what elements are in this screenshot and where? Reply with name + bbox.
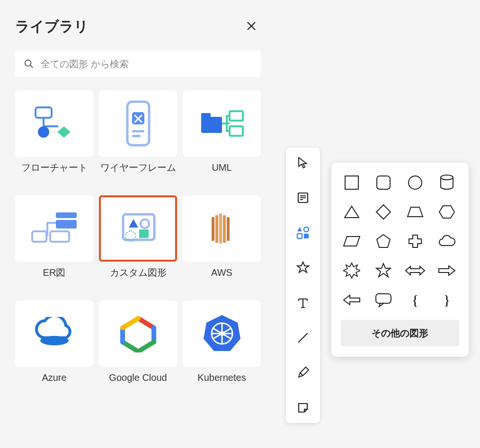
star-shape-icon [375, 263, 391, 279]
star-tool[interactable] [293, 258, 312, 277]
shapes-flyout: { } その他の図形 [331, 163, 469, 357]
svg-rect-49 [376, 294, 391, 303]
shapes-tool[interactable] [293, 223, 312, 242]
shape-brace-close[interactable]: } [436, 290, 458, 309]
shape-cross[interactable] [404, 232, 426, 251]
library-item-aws[interactable]: AWS [183, 195, 261, 292]
shape-triangle[interactable] [341, 202, 363, 221]
cylinder-icon [439, 174, 455, 192]
select-tool[interactable] [293, 153, 312, 172]
library-item-label: フローチャート [15, 161, 93, 187]
library-item-wireframe[interactable]: ワイヤーフレーム [99, 90, 177, 187]
brace-close-icon: } [444, 292, 450, 308]
svg-marker-41 [345, 206, 359, 218]
hexagon-icon [438, 204, 455, 220]
svg-marker-36 [297, 262, 309, 272]
svg-point-18 [141, 220, 149, 228]
flowchart-icon [15, 90, 93, 157]
square-icon [344, 175, 360, 191]
shape-double-arrow[interactable] [404, 261, 426, 280]
library-item-label: Kubernetes [183, 371, 261, 397]
shape-parallelogram[interactable] [341, 232, 363, 251]
azure-icon [15, 300, 93, 367]
shape-diamond[interactable] [373, 202, 394, 221]
svg-marker-45 [344, 237, 360, 246]
library-title: ライブラリ [15, 17, 89, 36]
shape-arrow-left[interactable] [341, 290, 363, 309]
svg-rect-8 [201, 117, 222, 133]
diamond-icon [375, 203, 392, 220]
library-item-label: カスタム図形 [99, 266, 177, 292]
svg-rect-23 [219, 213, 222, 244]
svg-rect-37 [345, 176, 358, 189]
library-grid: フローチャート ワイヤーフレーム [15, 90, 260, 397]
svg-rect-24 [223, 215, 226, 243]
svg-marker-17 [129, 219, 138, 228]
pencil-tool[interactable] [293, 363, 312, 382]
library-header: ライブラリ [15, 17, 260, 36]
pentagon-icon [375, 233, 391, 249]
library-item-flowchart[interactable]: フローチャート [15, 90, 93, 187]
svg-rect-7 [132, 135, 141, 137]
wireframe-icon [99, 90, 177, 157]
shape-arrow-right[interactable] [436, 261, 458, 280]
kubernetes-icon [183, 300, 261, 367]
rounded-square-icon [375, 175, 391, 191]
shape-trapezoid[interactable] [404, 202, 426, 221]
burst-icon [343, 262, 360, 279]
search-box[interactable] [15, 51, 260, 77]
triangle-icon [343, 204, 360, 220]
line-icon [296, 331, 310, 344]
more-shapes-button[interactable]: その他の図形 [341, 320, 459, 346]
shapes-icon [296, 226, 310, 240]
library-item-custom-shapes[interactable]: カスタム図形 [99, 195, 177, 292]
svg-rect-15 [50, 231, 69, 242]
library-item-gcp[interactable]: Google Cloud [99, 300, 177, 397]
shape-burst[interactable] [341, 261, 363, 280]
shape-cylinder[interactable] [436, 173, 458, 192]
shape-hexagon[interactable] [436, 202, 458, 221]
svg-marker-48 [376, 264, 391, 277]
shape-cloud[interactable] [436, 232, 458, 251]
shape-pentagon[interactable] [373, 232, 394, 251]
svg-rect-1 [36, 107, 52, 118]
trapezoid-icon [406, 205, 424, 219]
svg-rect-13 [56, 220, 77, 228]
tool-strip [286, 148, 320, 423]
svg-rect-21 [212, 217, 214, 241]
parallelogram-icon [342, 235, 361, 248]
line-tool[interactable] [293, 328, 312, 347]
library-item-azure[interactable]: Azure [15, 300, 93, 397]
library-item-kubernetes[interactable]: Kubernetes [183, 300, 261, 397]
star-icon [296, 261, 310, 275]
svg-point-2 [38, 126, 49, 138]
search-input[interactable] [41, 59, 252, 70]
svg-marker-42 [376, 205, 391, 219]
google-cloud-icon [99, 300, 177, 367]
shape-circle[interactable] [404, 173, 426, 192]
svg-rect-14 [32, 231, 46, 242]
shape-star[interactable] [373, 261, 394, 280]
brace-open-icon: { [412, 292, 418, 308]
aws-icon [183, 195, 261, 262]
cloud-icon [437, 234, 457, 248]
library-item-uml[interactable]: UML [183, 90, 261, 187]
arrow-left-icon [342, 294, 361, 306]
frame-icon [296, 191, 310, 204]
library-item-label: ワイヤーフレーム [99, 161, 177, 187]
svg-point-30 [220, 331, 224, 336]
svg-rect-11 [230, 126, 243, 136]
pencil-icon [296, 366, 310, 379]
svg-rect-22 [215, 215, 218, 243]
svg-point-40 [441, 175, 453, 180]
shape-brace-open[interactable]: { [404, 290, 426, 309]
sticky-note-tool[interactable] [293, 398, 312, 417]
close-button[interactable] [242, 19, 260, 35]
shape-square[interactable] [341, 173, 363, 192]
shape-speech-bubble[interactable] [373, 290, 394, 309]
library-item-er[interactable]: ER図 [15, 195, 93, 292]
shape-rounded-square[interactable] [373, 173, 394, 192]
text-tool[interactable] [293, 293, 312, 312]
frame-tool[interactable] [293, 188, 312, 207]
library-item-label: UML [183, 161, 261, 187]
